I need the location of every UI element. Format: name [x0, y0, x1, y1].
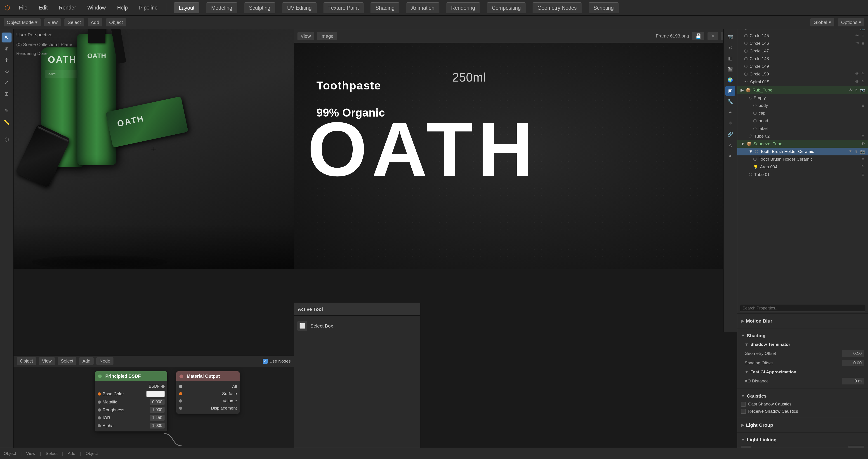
tool-scale[interactable]: ⤢ — [2, 78, 11, 88]
eye-icon-7[interactable]: 👁 — [855, 72, 859, 76]
cursor-icon-tbhc2[interactable]: 🖱 — [861, 157, 865, 162]
ao-distance-value[interactable]: 0 m — [842, 378, 864, 385]
tab-shading[interactable]: Shading — [370, 2, 399, 13]
eye-icon-tbhc[interactable]: 👁 — [849, 149, 852, 154]
cursor-icon-8[interactable]: 🖱 — [861, 80, 865, 84]
node-alpha-value[interactable]: 1.000 — [150, 423, 164, 428]
cursor-icon-area[interactable]: 🖱 — [861, 165, 865, 169]
add-btn[interactable]: Add — [88, 18, 102, 26]
node-metallic-dot[interactable] — [98, 400, 101, 404]
tool-transform[interactable]: ⊞ — [2, 89, 11, 99]
node-principled-bsdf[interactable]: Principled BSDF BSDF Base Color Metallic — [95, 371, 167, 431]
render-view-btn[interactable]: View — [298, 32, 314, 40]
light-group-header[interactable]: Light Group — [741, 421, 864, 430]
eye-icon-sq[interactable]: 👁 — [861, 142, 865, 146]
node-view-btn[interactable]: View — [39, 357, 55, 365]
prop-icon-constraints[interactable]: 🔗 — [725, 129, 735, 139]
prop-icon-render[interactable]: 📷 — [725, 32, 735, 41]
menu-edit[interactable]: Edit — [36, 3, 50, 12]
prop-icon-view-layer[interactable]: ◧ — [725, 53, 735, 63]
shading-offset-value[interactable]: 0.00 — [842, 360, 864, 366]
node-base-color-dot[interactable] — [98, 392, 101, 396]
tab-rendering[interactable]: Rendering — [446, 2, 480, 13]
render-image-btn[interactable]: Image — [317, 32, 337, 40]
tab-geometry-nodes[interactable]: Geometry Nodes — [532, 2, 582, 13]
outliner-item-label[interactable]: ⬡ label — [737, 125, 868, 132]
prop-icon-material[interactable]: ● — [725, 151, 735, 161]
node-node-btn[interactable]: Node — [96, 357, 114, 365]
select-box-icon[interactable]: ⬜ — [297, 321, 307, 331]
outliner-item-spiral[interactable]: 〜 Spiral.015 👁 🖱 — [737, 78, 868, 86]
view-btn[interactable]: View — [44, 18, 61, 26]
node-bsdf-output-dot[interactable] — [161, 385, 164, 388]
light-linking-header[interactable]: Light Linking — [741, 435, 864, 444]
tool-rotate[interactable]: ⟲ — [2, 66, 11, 76]
node-ior-value[interactable]: 1.450 — [150, 415, 164, 421]
menu-render[interactable]: Render — [57, 3, 78, 12]
node-select-btn[interactable]: Select — [58, 357, 76, 365]
eye-icon-8[interactable]: 👁 — [855, 80, 859, 84]
outliner-item-tbhc2[interactable]: ⬡ Tooth Brush Holder Ceramic 🖱 — [737, 155, 868, 163]
node-material-output[interactable]: Material Output All Surface Volume Disp — [176, 371, 240, 414]
prop-icon-world[interactable]: 🌍 — [725, 75, 735, 85]
shadow-terminator-header[interactable]: Shadow Terminator — [745, 340, 864, 349]
prop-icon-physics[interactable]: ⚛ — [725, 118, 735, 128]
node-metallic-value[interactable]: 0.000 — [150, 399, 164, 405]
outliner-item-circle150[interactable]: ⬡ Circle.150 👁 🖱 — [737, 70, 868, 78]
outliner-item-tbhc[interactable]: ▼ ⬡ Tooth Brush Holder Ceramic 👁 🖱 📷 — [737, 148, 868, 155]
outliner-item-tube02[interactable]: ⬡ Tube 02 🖱 — [737, 132, 868, 140]
prop-icon-scene[interactable]: 🎬 — [725, 64, 735, 74]
mode-dropdown[interactable]: Object Mode ▾ — [4, 18, 41, 26]
outliner-item-area004[interactable]: 💡 Area.004 🖱 — [737, 163, 868, 171]
outliner-item-head[interactable]: ⬡ head — [737, 117, 868, 125]
base-color-swatch[interactable] — [147, 391, 164, 397]
cursor-icon-tbhc[interactable]: 🖱 — [855, 149, 858, 154]
outliner-item-circle147[interactable]: ⬡ Circle.147 — [737, 47, 868, 55]
tab-animation[interactable]: Animation — [406, 2, 439, 13]
cursor-icon-tube01[interactable]: 🖱 — [861, 172, 865, 177]
node-roughness-value[interactable]: 1.000 — [150, 407, 164, 413]
prop-icon-object[interactable]: ▣ — [725, 86, 735, 96]
outliner-item-circle148[interactable]: ⬡ Circle.148 — [737, 55, 868, 63]
outliner-item-empty[interactable]: ◇ Empty — [737, 94, 868, 102]
prop-icon-output[interactable]: 🖨 — [725, 42, 735, 53]
eye-icon-3[interactable]: 👁 — [855, 41, 859, 45]
tool-move[interactable]: ✛ — [2, 55, 11, 65]
fast-gi-header[interactable]: Fast GI Approximation — [745, 368, 864, 376]
cast-shadow-checkbox[interactable] — [741, 402, 746, 406]
tool-add-cube[interactable]: ⬡ — [2, 135, 11, 144]
cursor-icon-body[interactable]: 🖱 — [861, 103, 865, 108]
tab-modeling[interactable]: Modeling — [206, 2, 237, 13]
menu-pipeline[interactable]: Pipeline — [137, 3, 160, 12]
tab-uv-editing[interactable]: UV Editing — [282, 2, 317, 13]
tool-select[interactable]: ↖ — [2, 33, 11, 42]
node-alpha-dot[interactable] — [98, 424, 101, 427]
receive-shadow-checkbox[interactable] — [741, 409, 746, 414]
geometry-offset-value[interactable]: 0.10 — [842, 350, 864, 357]
tool-measure[interactable]: 📏 — [2, 118, 11, 127]
cursor-icon-2[interactable]: 🖱 — [861, 33, 865, 38]
use-nodes-checkbox[interactable] — [263, 359, 268, 364]
tab-texture-paint[interactable]: Texture Paint — [323, 2, 364, 13]
cursor-icon-tube02[interactable]: 🖱 — [861, 134, 865, 138]
tab-layout[interactable]: Layout — [174, 2, 199, 13]
motion-blur-header[interactable]: Motion Blur — [741, 317, 864, 326]
node-roughness-dot[interactable] — [98, 408, 101, 412]
render-save-btn[interactable]: 💾 — [692, 32, 704, 40]
object-btn[interactable]: Object — [106, 18, 126, 26]
render-close-btn[interactable]: ✕ — [708, 32, 718, 40]
cursor-icon-rub[interactable]: 🖱 — [855, 88, 858, 92]
prop-icon-modifier[interactable]: 🔧 — [725, 97, 735, 107]
outliner-item-tube01[interactable]: ⬡ Tube 01 🖱 — [737, 171, 868, 178]
outliner-item-squeeze-tube[interactable]: ▼ 📦 Squeeze_Tube 👁 — [737, 140, 868, 148]
menu-file[interactable]: File — [17, 3, 30, 12]
options-btn[interactable]: Options ▾ — [838, 18, 864, 26]
node-ior-dot[interactable] — [98, 416, 101, 420]
tab-compositing[interactable]: Compositing — [487, 2, 526, 13]
prop-icon-data[interactable]: △ — [725, 140, 735, 150]
menu-help[interactable]: Help — [115, 3, 130, 12]
select-btn[interactable]: Select — [64, 18, 84, 26]
menu-window[interactable]: Window — [85, 3, 108, 12]
node-add-btn[interactable]: Add — [79, 357, 94, 365]
render-icon-tbhc[interactable]: 📷 — [860, 149, 865, 154]
